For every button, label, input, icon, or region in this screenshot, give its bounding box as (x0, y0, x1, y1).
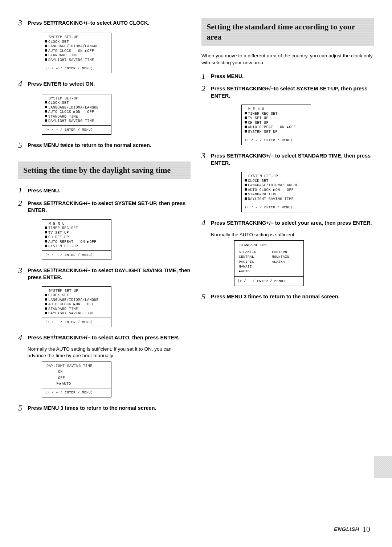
area-options: ATLANTIC CENTRAL PACIFIC HAWAII ▶AUTO EA… (237, 249, 301, 274)
b-step-5: 5 Press MENU 3 times to return to the no… (201, 292, 374, 301)
area-option: ALASKA (272, 260, 301, 264)
section-title: Setting the standard time according to y… (207, 22, 369, 42)
osd-screen: DAYLIGHT SAVING TIME ON OFF ▶AUTO ⟨+ / –… (42, 362, 111, 397)
osd-line: STANDARD TIME (237, 243, 301, 249)
osd-line: STANDARD TIME (248, 192, 278, 196)
osd-line: AUTO REPEAT ON ▶OFF (248, 125, 296, 129)
osd-nav: ⟨+ / – / ENTER / MENU⟩ (242, 203, 311, 212)
step-text: Press MENU. (211, 72, 244, 80)
osd-screen: SYSTEM SET-UP CLOCK SET LANGUAGE/IDIOMA/… (42, 94, 111, 135)
cursor-icon (57, 382, 59, 385)
section-header-standard-time: Setting the standard time according to y… (201, 18, 374, 46)
footer-page-number: 10 (362, 524, 370, 534)
step-subtext: Normally the AUTO setting is sufficient. (211, 232, 374, 238)
osd-line: SYSTEM SET-UP (48, 244, 78, 248)
step-number: 5 (18, 403, 28, 413)
osd-line: STANDARD TIME (48, 115, 78, 119)
step-text: Press MENU twice to return to the normal… (28, 140, 151, 149)
osd-line: M E N U (45, 222, 108, 226)
osd-line: OFF (45, 375, 108, 381)
a-step-2: 2 Press SET/TRACKING+/– to select SYSTEM… (18, 199, 191, 214)
area-option: EASTERN (272, 250, 301, 254)
osd-screen-wrap: DAYLIGHT SAVING TIME ON OFF ▶AUTO ⟨+ / –… (42, 362, 191, 397)
area-option: ATLANTIC (239, 250, 268, 254)
osd-line: DAYLIGHT SAVING TIME (48, 119, 94, 123)
osd-screen-wrap: M E N U TIMER REC SET TV SET-UP CH SET-U… (42, 219, 191, 260)
step-number: 5 (201, 292, 211, 301)
area-option: CENTRAL (239, 254, 268, 259)
osd-line: TV SET-UP (48, 231, 69, 235)
osd-line: STANDARD TIME (48, 307, 78, 311)
osd-nav: ⟨+ / – / ENTER / MENU⟩ (242, 136, 311, 145)
step-text: Press SET/TRACKING+/–to select SYSTEM SE… (211, 84, 374, 99)
footer-language: ENGLISH (334, 526, 359, 532)
step-number: 2 (18, 199, 28, 208)
osd-line: SYSTEM SET-UP (45, 35, 108, 40)
step-text: Press SET/TRACKING+/– to select SYSTEM S… (28, 199, 191, 214)
section-intro: When you move to a different area of the… (201, 53, 374, 66)
osd-screen-standard-time: STANDARD TIME ATLANTIC CENTRAL PACIFIC H… (234, 240, 304, 286)
osd-line: TIMER REC SET (248, 112, 278, 116)
osd-line: M E N U (245, 107, 308, 112)
osd-line: ON (45, 368, 108, 375)
osd-line: CLOCK SET (248, 179, 269, 183)
step-text: Press MENU. (28, 186, 60, 195)
osd-line: AUTO CLOCK ▶ON OFF (48, 302, 94, 306)
step-number: 3 (201, 151, 211, 160)
b-step-1: 1 Press MENU. (201, 72, 374, 81)
step-subtext: Normally the AUTO setting is sufficient.… (28, 346, 191, 359)
step-number: 3 (18, 18, 28, 28)
osd-screen-wrap: STANDARD TIME ATLANTIC CENTRAL PACIFIC H… (234, 240, 374, 286)
osd-line: LANGUAGE/IDIOMA/LANGUE (48, 298, 99, 302)
step-number: 4 (201, 218, 211, 228)
osd-screen-wrap: M E N U TIMER REC SET TV SET-UP CH SET-U… (241, 105, 374, 145)
area-option-selected: ▶AUTO (239, 269, 268, 274)
osd-line: DAYLIGHT SAVING TIME (48, 58, 94, 62)
osd-line: CH SET-UP (48, 235, 69, 239)
section-title: Setting the time by the daylight saving … (23, 165, 185, 175)
a-step-3: 3 Press SET/TRACKING+/– to select DAYLIG… (18, 266, 191, 281)
osd-line: AUTO REPEAT ON ▶OFF (48, 240, 96, 244)
area-option: PACIFIC (239, 260, 268, 264)
area-option: HAWAII (239, 264, 268, 269)
osd-line: SYSTEM SET-UP (45, 289, 108, 294)
osd-line: CLOCK SET (48, 40, 69, 44)
osd-line: SYSTEM SET-UP (245, 174, 308, 179)
step-text: Press MENU 3 times to return to the norm… (28, 403, 156, 412)
step-number: 3 (18, 266, 28, 275)
osd-line: CLOCK SET (48, 101, 69, 105)
osd-nav: ⟨+ / – / ENTER / MENU⟩ (42, 388, 111, 397)
step-number: 5 (18, 140, 28, 150)
osd-line: SYSTEM SET-UP (45, 97, 108, 101)
osd-screen: SYSTEM SET-UP CLOCK SET LANGUAGE/IDIOMA/… (42, 286, 111, 327)
osd-line: DAYLIGHT SAVING TIME (48, 311, 94, 315)
osd-line: AUTO CLOCK ▶ON OFF (248, 188, 294, 192)
a-step-4: 4 Press SET/TRACKING+/– to select AUTO, … (18, 333, 191, 342)
osd-line: ▶AUTO (60, 382, 71, 386)
osd-line: LANGUAGE/IDIOMA/LANGUE (248, 183, 298, 187)
osd-line: LANGUAGE/IDIOMA/LANGUE (48, 44, 99, 48)
area-option: MOUNTAIN (272, 254, 301, 259)
osd-line: SYSTEM SET-UP (248, 130, 278, 134)
step-text: Press SET/TRACKING+/– to select AUTO, th… (28, 333, 180, 342)
osd-line: CLOCK SET (48, 293, 69, 297)
step-number: 4 (18, 79, 28, 89)
osd-nav: ⟨+ / – / ENTER / MENU⟩ (42, 64, 111, 73)
osd-line: STANDARD TIME (48, 53, 78, 57)
section-header-daylight: Setting the time by the daylight saving … (18, 162, 191, 180)
osd-nav: ⟨+ / – / ENTER / MENU⟩ (42, 125, 111, 134)
osd-screen: M E N U TIMER REC SET TV SET-UP CH SET-U… (42, 219, 111, 260)
b-step-3: 3 Press SET/TRACKING+/– to select STANDA… (201, 151, 374, 167)
step-text: Press ENTER to select ON. (28, 79, 95, 88)
step-text: Press MENU 3 times to return to the norm… (211, 292, 340, 301)
osd-nav: ⟨+ / – / ENTER / MENU⟩ (42, 250, 111, 260)
osd-screen: SYSTEM SET-UP CLOCK SET LANGUAGE/IDIOMA/… (42, 33, 111, 73)
step-text: Press SET/TRACKING+/–to select AUTO CLOC… (28, 18, 150, 27)
osd-line: LANGUAGE/IDIOMA/LANGUE (48, 106, 99, 110)
osd-line: AUTO CLOCK ▶ON OFF (48, 110, 94, 114)
osd-line: TIMER REC SET (48, 226, 78, 230)
a-step-5: 5 Press MENU 3 times to return to the no… (18, 403, 191, 413)
left-step-5: 5 Press MENU twice to return to the norm… (18, 140, 191, 150)
osd-screen-wrap: SYSTEM SET-UP CLOCK SET LANGUAGE/IDIOMA/… (42, 286, 191, 327)
step-number: 1 (18, 186, 28, 195)
